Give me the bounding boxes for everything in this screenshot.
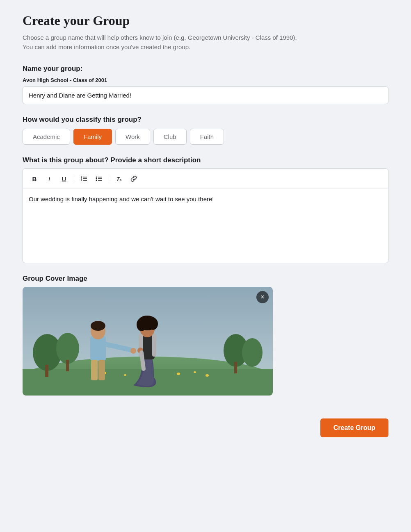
svg-point-24 xyxy=(177,373,180,375)
classification-section: How would you classify this group? Acade… xyxy=(23,116,388,145)
svg-rect-20 xyxy=(234,362,237,373)
editor-container: B I U 1 2 3 xyxy=(23,168,388,263)
svg-point-39 xyxy=(139,316,155,325)
page-subtitle: Choose a group name that will help other… xyxy=(23,33,388,52)
name-section-label: Name your group: xyxy=(23,65,388,73)
ordered-list-button[interactable]: 1 2 3 xyxy=(78,172,91,185)
svg-text:3: 3 xyxy=(81,179,82,181)
svg-rect-41 xyxy=(152,334,156,357)
classify-btn-family[interactable]: Family xyxy=(73,129,112,145)
description-label: What is this group about? Provide a shor… xyxy=(23,156,388,164)
editor-toolbar: B I U 1 2 3 xyxy=(23,169,388,189)
unordered-list-button[interactable] xyxy=(92,172,105,185)
link-button[interactable] xyxy=(127,172,140,185)
svg-point-8 xyxy=(96,180,97,181)
bold-button[interactable]: B xyxy=(28,172,41,185)
classify-btn-academic[interactable]: Academic xyxy=(23,129,70,145)
svg-point-33 xyxy=(130,348,136,354)
classify-btn-work[interactable]: Work xyxy=(115,129,150,145)
page-title: Create your Group xyxy=(23,13,388,28)
svg-point-21 xyxy=(242,338,263,367)
toolbar-divider-2 xyxy=(109,175,109,183)
svg-point-26 xyxy=(206,374,209,377)
clear-format-button[interactable]: Tx xyxy=(112,172,126,185)
svg-line-43 xyxy=(142,352,144,369)
svg-point-7 xyxy=(96,178,97,180)
classify-btn-faith[interactable]: Faith xyxy=(190,129,224,145)
svg-rect-31 xyxy=(98,360,105,380)
svg-rect-27 xyxy=(90,336,106,361)
cover-image-label: Group Cover Image xyxy=(23,275,388,283)
svg-rect-18 xyxy=(66,360,69,371)
editor-body[interactable]: Our wedding is finally happening and we … xyxy=(23,189,388,263)
name-hint-label: Avon High School - Class of 2001 xyxy=(23,77,388,83)
classification-label: How would you classify this group? xyxy=(23,116,388,124)
toolbar-divider-1 xyxy=(74,175,74,183)
underline-button[interactable]: U xyxy=(57,172,71,185)
cover-image-wrapper: × xyxy=(23,287,273,396)
remove-image-button[interactable]: × xyxy=(256,291,269,303)
group-name-input[interactable] xyxy=(23,86,388,104)
name-section: Name your group: Avon High School - Clas… xyxy=(23,65,388,104)
description-section: What is this group about? Provide a shor… xyxy=(23,156,388,263)
create-group-button[interactable]: Create Group xyxy=(320,418,388,437)
svg-point-23 xyxy=(124,374,126,376)
svg-rect-30 xyxy=(91,360,98,380)
svg-rect-16 xyxy=(45,365,48,377)
svg-point-29 xyxy=(91,321,105,331)
page-container: Create your Group Choose a group name th… xyxy=(13,0,398,478)
cover-image xyxy=(23,287,273,396)
classify-btn-club[interactable]: Club xyxy=(153,129,187,145)
footer-actions: Create Group xyxy=(23,410,388,446)
classification-buttons: Academic Family Work Club Faith xyxy=(23,129,388,145)
svg-point-17 xyxy=(56,333,79,364)
cover-image-section: Group Cover Image xyxy=(23,275,388,397)
svg-point-25 xyxy=(194,371,196,373)
svg-point-6 xyxy=(96,177,97,178)
italic-button[interactable]: I xyxy=(43,172,56,185)
